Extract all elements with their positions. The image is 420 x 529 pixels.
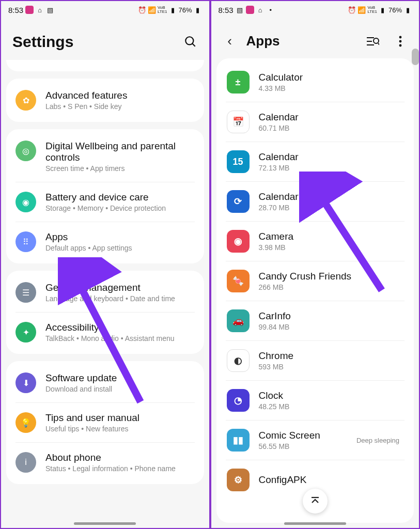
app-size: 3.98 MB <box>259 243 400 252</box>
signal-icon: ▮ <box>168 6 177 14</box>
status-app-icon <box>25 6 34 14</box>
app-name: ConfigAPK <box>259 474 400 486</box>
row-sub: Status • Legal information • Phone name <box>45 464 195 473</box>
status-time: 8:53 <box>219 6 234 14</box>
home-icon: ⌂ <box>36 6 44 14</box>
row-advanced-features[interactable]: ✿ Advanced features Labs • S Pen • Side … <box>6 81 204 120</box>
row-sub: Screen time • App timers <box>45 164 195 173</box>
app-row[interactable]: ◐Chrome593 MB <box>226 341 405 381</box>
gear-icon: ✿ <box>15 90 36 111</box>
row-title: General management <box>45 282 195 293</box>
app-name: Calculator <box>259 72 400 83</box>
app-name: Chrome <box>259 350 400 362</box>
apps-icon: ⠿ <box>15 231 36 252</box>
row-tips-manual[interactable]: 💡 Tips and user manual Useful tips • New… <box>15 402 195 442</box>
phone-right: 8:53 ▧ ⌂ • ⏰ 📶 VoBLTE1 ▮ 76% ▮ ‹ Apps <box>211 1 419 528</box>
app-size: 48.25 MB <box>259 402 400 411</box>
svg-point-8 <box>399 36 402 38</box>
settings-card: ☰ General management Language and keyboa… <box>6 271 204 354</box>
battery-pct: 76% <box>178 6 192 14</box>
app-size: 266 MB <box>259 283 400 291</box>
nav-handle[interactable] <box>74 522 136 525</box>
svg-point-0 <box>185 37 193 44</box>
more-icon[interactable] <box>393 34 408 49</box>
app-row[interactable]: 🚗CarInfo99.84 MB <box>226 301 405 341</box>
info-icon: i <box>15 452 36 473</box>
image-icon: ▧ <box>46 6 54 14</box>
svg-point-6 <box>374 38 379 43</box>
status-app-icon <box>246 6 254 14</box>
app-icon: ◔ <box>227 389 250 412</box>
image-icon: ▧ <box>236 6 244 14</box>
row-title: Apps <box>45 231 195 243</box>
phone-left: 8:53 ⌂ ▧ ⏰ 📶 VoBLTE1 ▮ 76% ▮ Settings ✿ … <box>1 1 209 528</box>
app-row[interactable]: 15Calendar72.13 MB <box>226 142 405 182</box>
app-row[interactable]: ▮▮Comic Screen56.55 MBDeep sleeping <box>226 421 405 460</box>
dot-icon: • <box>267 6 275 14</box>
alarm-icon: ⏰ <box>138 6 146 14</box>
row-battery-care[interactable]: ◉ Battery and device care Storage • Memo… <box>15 182 195 222</box>
app-icon: 15 <box>227 150 250 173</box>
app-icon: 📅 <box>227 111 250 133</box>
row-title: Advanced features <box>45 90 195 101</box>
wifi-icon: 📶 <box>357 6 366 14</box>
app-size: 99.84 MB <box>259 323 400 331</box>
sliders-icon: ☰ <box>15 282 36 303</box>
row-digital-wellbeing[interactable]: ◎ Digital Wellbeing and parental control… <box>6 131 204 182</box>
row-title: About phone <box>45 452 195 463</box>
nav-handle[interactable] <box>284 522 346 525</box>
app-name: Calendar <box>259 112 400 123</box>
back-icon[interactable]: ‹ <box>223 34 237 49</box>
search-icon[interactable] <box>183 35 198 49</box>
app-row[interactable]: 🍬Candy Crush Friends266 MB <box>226 261 405 301</box>
settings-card: ◎ Digital Wellbeing and parental control… <box>6 129 204 263</box>
row-title: Battery and device care <box>45 192 195 203</box>
svg-point-9 <box>399 40 402 42</box>
app-size: 72.13 MB <box>259 164 400 172</box>
status-bar: 8:53 ⌂ ▧ ⏰ 📶 VoBLTE1 ▮ 76% ▮ <box>1 1 209 19</box>
scroll-indicator[interactable] <box>412 49 419 65</box>
app-name: CarInfo <box>259 310 400 322</box>
battery-icon: ▮ <box>194 6 202 14</box>
app-name: Calendar <box>259 151 400 163</box>
app-icon: 🍬 <box>227 270 250 292</box>
wifi-icon: 📶 <box>148 6 156 14</box>
settings-header: Settings <box>1 19 209 60</box>
wellbeing-icon: ◎ <box>15 141 36 161</box>
app-size: 593 MB <box>259 363 400 371</box>
filter-search-icon[interactable] <box>365 34 380 49</box>
row-general-management[interactable]: ☰ General management Language and keyboa… <box>6 273 204 312</box>
battery-icon: ▮ <box>403 6 412 14</box>
page-title: Settings <box>12 33 73 51</box>
app-row[interactable]: ◔Clock48.25 MB <box>226 381 405 421</box>
app-row[interactable]: ⟳Calendar Backup28.70 MB <box>226 182 405 222</box>
row-title: Digital Wellbeing and parental controls <box>45 141 195 163</box>
svg-line-1 <box>192 43 195 46</box>
app-icon: 🚗 <box>227 309 250 332</box>
network-label: VoBLTE1 <box>367 6 377 14</box>
app-name: Camera <box>259 231 400 242</box>
app-icon: ⚙ <box>227 469 250 491</box>
bulb-icon: 💡 <box>15 412 36 433</box>
row-sub: Language and keyboard • Date and time <box>45 294 195 303</box>
page-title: Apps <box>246 33 280 49</box>
settings-list: ✿ Advanced features Labs • S Pen • Side … <box>1 60 209 528</box>
row-title: Tips and user manual <box>45 412 195 424</box>
scroll-top-button[interactable] <box>303 489 328 514</box>
row-about-phone[interactable]: i About phone Status • Legal information… <box>15 442 195 482</box>
status-bar: 8:53 ▧ ⌂ • ⏰ 📶 VoBLTE1 ▮ 76% ▮ <box>211 1 419 19</box>
app-row[interactable]: 📅Calendar60.71 MB <box>226 102 405 142</box>
app-size: 4.33 MB <box>259 84 400 92</box>
row-sub: TalkBack • Mono audio • Assistant menu <box>45 334 195 343</box>
app-row[interactable]: ±Calculator4.33 MB <box>226 63 405 102</box>
app-row[interactable]: ◉Camera3.98 MB <box>226 222 405 261</box>
row-apps[interactable]: ⠿ Apps Default apps • App settings <box>15 222 195 261</box>
alarm-icon: ⏰ <box>348 6 356 14</box>
app-name: Clock <box>259 390 400 401</box>
row-accessibility[interactable]: ✦ Accessibility TalkBack • Mono audio • … <box>15 312 195 352</box>
apps-list: ±Calculator4.33 MB📅Calendar60.71 MB15Cal… <box>216 58 414 523</box>
app-size: 60.71 MB <box>259 124 400 132</box>
app-icon: ◉ <box>227 230 250 253</box>
row-title: Accessibility <box>45 322 195 333</box>
row-software-update[interactable]: ⬇ Software update Download and install <box>6 363 204 402</box>
